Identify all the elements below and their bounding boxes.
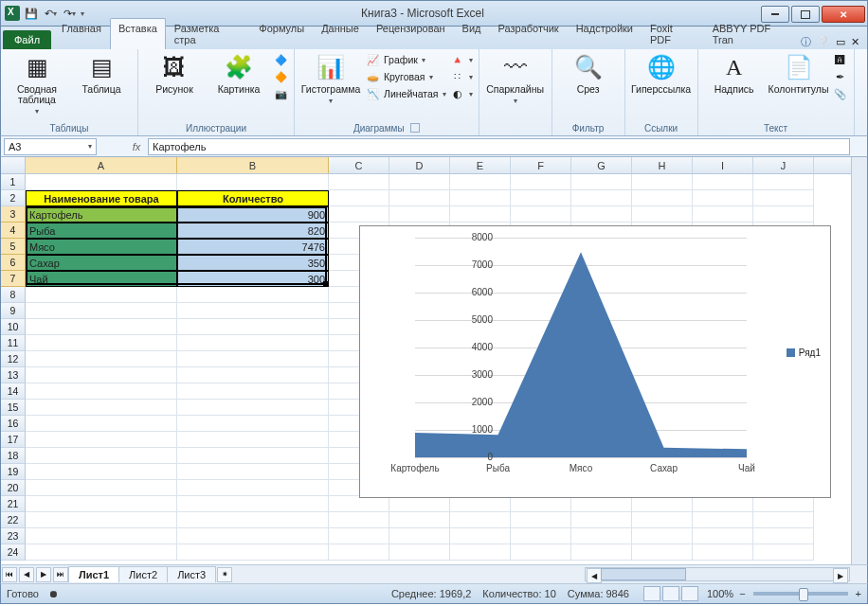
- cell[interactable]: [389, 496, 450, 512]
- cell[interactable]: [693, 528, 753, 544]
- row-header[interactable]: 22: [1, 512, 26, 528]
- ribbon-tab[interactable]: Надстройки: [568, 18, 642, 49]
- row-header[interactable]: 12: [1, 351, 26, 367]
- cell[interactable]: [389, 512, 450, 528]
- cell[interactable]: [177, 351, 329, 367]
- row-header[interactable]: 20: [1, 480, 26, 496]
- row-header[interactable]: 21: [1, 496, 26, 512]
- cell[interactable]: [26, 287, 177, 303]
- cell[interactable]: Чай: [26, 271, 177, 287]
- zoom-slider[interactable]: [753, 592, 848, 596]
- dialog-launcher-icon[interactable]: [410, 123, 420, 133]
- row-header[interactable]: 13: [1, 367, 26, 383]
- cell[interactable]: [571, 174, 632, 190]
- slicer-button[interactable]: 🔍Срез: [558, 52, 619, 95]
- cell[interactable]: [389, 206, 450, 223]
- cell[interactable]: [177, 512, 329, 528]
- cell[interactable]: [571, 496, 632, 512]
- cell[interactable]: [632, 544, 693, 561]
- bar-chart-button[interactable]: 📉Линейчатая ▾: [365, 86, 446, 101]
- ribbon-tab[interactable]: Разработчик: [490, 18, 568, 49]
- cell[interactable]: [177, 416, 329, 432]
- cell[interactable]: [511, 174, 571, 190]
- cell[interactable]: [177, 544, 329, 561]
- ribbon-tab[interactable]: ABBYY PDF Tran: [704, 18, 801, 49]
- row-header[interactable]: 10: [1, 319, 26, 335]
- cell[interactable]: [693, 544, 753, 561]
- cell[interactable]: 350: [177, 255, 329, 271]
- symbols-button[interactable]: ΩСимволы▾: [860, 52, 868, 106]
- cell[interactable]: [177, 335, 329, 351]
- column-header[interactable]: B: [177, 157, 329, 173]
- clipart-button[interactable]: 🧩Картинка: [208, 52, 269, 95]
- cell[interactable]: [177, 432, 329, 448]
- cell[interactable]: [632, 174, 693, 190]
- cell[interactable]: [26, 496, 177, 512]
- zoom-in-button[interactable]: +: [856, 588, 861, 599]
- cell[interactable]: Наименование товара: [26, 190, 177, 206]
- cell[interactable]: Мясо: [26, 239, 177, 255]
- row-header[interactable]: 19: [1, 464, 26, 480]
- column-headers[interactable]: ABCDEFGHIJ: [26, 157, 867, 174]
- cell[interactable]: [26, 448, 177, 464]
- row-header[interactable]: 4: [1, 223, 26, 239]
- cell[interactable]: [329, 528, 389, 544]
- file-tab[interactable]: Файл: [3, 30, 51, 49]
- row-header[interactable]: 23: [1, 528, 26, 544]
- ribbon-tab[interactable]: Данные: [313, 18, 368, 49]
- cell[interactable]: [511, 206, 571, 223]
- doc-min-icon[interactable]: ▭: [836, 36, 845, 48]
- ribbon-tab[interactable]: Формулы: [250, 18, 313, 49]
- area-chart-button[interactable]: 🔺▾: [450, 52, 473, 67]
- cell[interactable]: [26, 367, 177, 383]
- cell[interactable]: [450, 512, 511, 528]
- sparklines-button[interactable]: 〰Спарклайны▾: [485, 52, 546, 106]
- cell[interactable]: [450, 528, 511, 544]
- column-header[interactable]: F: [511, 157, 571, 173]
- ribbon-tab[interactable]: Foxit PDF: [642, 18, 704, 49]
- cell[interactable]: [389, 544, 450, 561]
- close-button[interactable]: [822, 6, 865, 23]
- cell[interactable]: [693, 206, 753, 223]
- tab-nav-prev[interactable]: ◀: [19, 567, 34, 582]
- cell[interactable]: [450, 544, 511, 561]
- cell[interactable]: [450, 174, 511, 190]
- ribbon-tab[interactable]: Рецензирован: [368, 18, 454, 49]
- cell[interactable]: [753, 496, 814, 512]
- cell[interactable]: Рыба: [26, 223, 177, 239]
- cell[interactable]: Сахар: [26, 255, 177, 271]
- row-header[interactable]: 14: [1, 383, 26, 400]
- row-header[interactable]: 24: [1, 544, 26, 561]
- column-header[interactable]: D: [389, 157, 450, 173]
- macro-record-icon[interactable]: ⏺: [48, 588, 59, 599]
- column-header[interactable]: J: [753, 157, 814, 173]
- cell[interactable]: [329, 174, 389, 190]
- sheet-tab[interactable]: Лист1: [68, 566, 119, 582]
- cell[interactable]: 7476: [177, 239, 329, 255]
- cell[interactable]: [329, 206, 389, 223]
- cell[interactable]: [511, 190, 571, 206]
- cell[interactable]: [26, 400, 177, 416]
- column-header[interactable]: E: [450, 157, 511, 173]
- save-icon[interactable]: 💾: [24, 6, 39, 21]
- row-header[interactable]: 7: [1, 271, 26, 287]
- cell[interactable]: [753, 528, 814, 544]
- row-header[interactable]: 8: [1, 287, 26, 303]
- wordart-button[interactable]: 🅰: [833, 52, 848, 67]
- cell[interactable]: [26, 432, 177, 448]
- new-sheet-button[interactable]: ✷: [217, 567, 232, 582]
- cell[interactable]: [177, 367, 329, 383]
- cell[interactable]: [632, 496, 693, 512]
- column-chart-button[interactable]: 📊Гистограмма▾: [300, 52, 361, 106]
- cell[interactable]: [450, 496, 511, 512]
- tab-nav-next[interactable]: ▶: [36, 567, 51, 582]
- cell[interactable]: [177, 174, 329, 190]
- other-chart-button[interactable]: ◐▾: [450, 86, 473, 101]
- tab-nav-first[interactable]: ⏮: [2, 567, 17, 582]
- cell[interactable]: [693, 174, 753, 190]
- sheet-tab[interactable]: Лист3: [167, 566, 216, 582]
- cell[interactable]: [632, 528, 693, 544]
- cell[interactable]: [26, 174, 177, 190]
- column-header[interactable]: A: [26, 157, 177, 173]
- cell[interactable]: [329, 190, 389, 206]
